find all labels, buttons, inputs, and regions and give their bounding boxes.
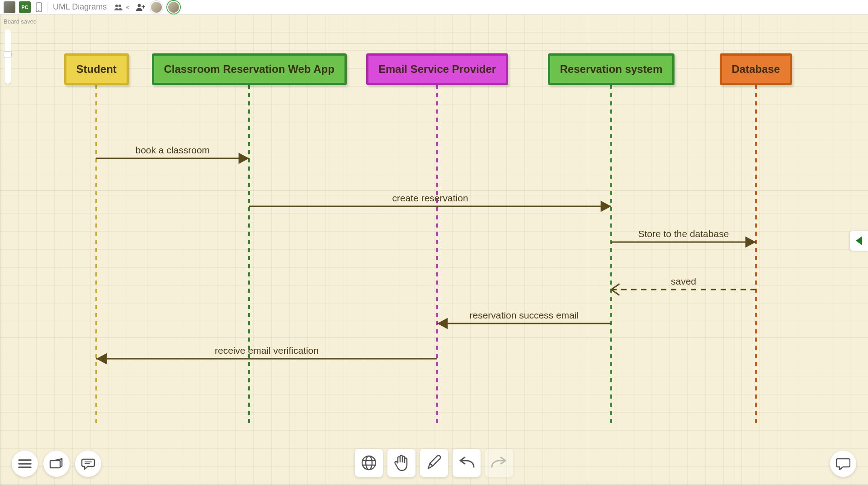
redo-icon — [490, 456, 508, 470]
svg-point-2 — [115, 5, 118, 7]
message-label-m1[interactable]: book a classroom — [136, 145, 210, 156]
participant-student[interactable]: Student — [64, 53, 129, 85]
comment-icon — [81, 458, 95, 470]
collapse-caret-icon[interactable]: « — [126, 4, 129, 10]
arrowhead-m1 — [239, 152, 249, 164]
sequence-diagram[interactable] — [0, 14, 868, 485]
add-user-icon[interactable] — [136, 3, 146, 11]
owner-avatar[interactable] — [4, 1, 15, 13]
arrowhead-m2 — [601, 200, 611, 212]
draw-tool-button[interactable] — [420, 449, 448, 477]
message-label-m4[interactable]: saved — [671, 276, 696, 287]
svg-point-1 — [38, 10, 39, 10]
mobile-icon[interactable] — [34, 1, 43, 13]
board-title[interactable]: UML Diagrams — [53, 2, 107, 12]
svg-point-3 — [118, 5, 121, 7]
folder-icon — [49, 458, 64, 470]
arrowhead-m5 — [437, 318, 448, 329]
board-saved-status: Board saved — [4, 18, 37, 25]
menu-button[interactable] — [12, 451, 38, 477]
header-bar: PC UML Diagrams « — [0, 0, 868, 14]
message-label-m6[interactable]: receive email verification — [215, 345, 319, 356]
center-toolbar — [355, 449, 513, 477]
separator — [47, 2, 47, 13]
svg-point-4 — [137, 4, 141, 7]
arrowhead-m3 — [745, 236, 756, 247]
group-icon[interactable] — [114, 4, 123, 11]
boards-button[interactable] — [43, 451, 70, 477]
chat-button[interactable] — [830, 451, 856, 477]
hand-icon — [393, 454, 410, 472]
participant-ressys[interactable]: Reservation system — [548, 53, 675, 85]
message-label-m5[interactable]: reservation success email — [470, 310, 579, 321]
svg-rect-5 — [50, 461, 60, 468]
undo-icon — [458, 456, 476, 470]
zoom-slider-thumb[interactable] — [4, 51, 12, 57]
chat-icon — [836, 457, 850, 470]
participant-email[interactable]: Email Service Provider — [366, 53, 508, 85]
svg-point-6 — [362, 456, 376, 470]
redo-button[interactable] — [485, 449, 513, 477]
participant-db[interactable]: Database — [720, 53, 793, 85]
svg-point-7 — [366, 456, 372, 470]
participant-webapp[interactable]: Classroom Reservation Web App — [152, 53, 347, 85]
collab-avatar-2[interactable] — [167, 1, 180, 14]
pc-badge[interactable]: PC — [19, 1, 31, 13]
globe-icon — [361, 455, 377, 471]
undo-button[interactable] — [453, 449, 481, 477]
pencil-icon — [425, 454, 443, 471]
globe-button[interactable] — [355, 449, 383, 477]
message-label-m3[interactable]: Store to the database — [638, 228, 729, 239]
bottom-left-toolbar — [12, 451, 101, 477]
arrowhead-m6 — [96, 353, 107, 364]
hand-tool-button[interactable] — [387, 449, 415, 477]
message-label-m2[interactable]: create reservation — [392, 193, 468, 204]
comments-button[interactable] — [75, 451, 101, 477]
zoom-slider[interactable] — [5, 29, 11, 84]
menu-icon — [18, 458, 32, 469]
triangle-left-icon — [856, 236, 862, 245]
collab-avatar-1[interactable] — [150, 1, 163, 14]
right-panel-toggle[interactable] — [850, 231, 868, 251]
